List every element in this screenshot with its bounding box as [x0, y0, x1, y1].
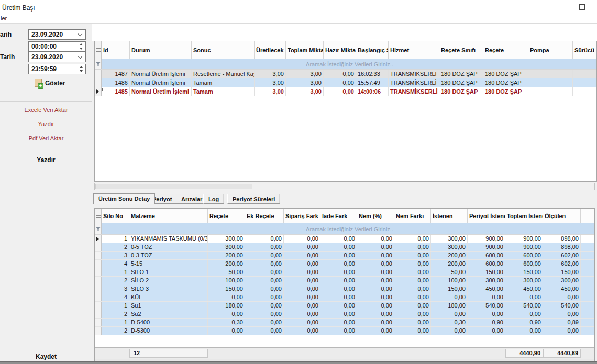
row-indicator[interactable]: [95, 268, 102, 276]
cell-recete[interactable]: 180,00: [208, 302, 245, 310]
cell-toplam_istenen[interactable]: 0,90: [505, 318, 543, 326]
cell-toplam[interactable]: 3,00: [286, 87, 324, 96]
cell-nem[interactable]: 0,00: [357, 318, 394, 326]
cell-baslangic[interactable]: 16:02:33: [356, 70, 389, 78]
cell-id[interactable]: 1487: [102, 70, 130, 78]
cell-nem[interactable]: 0,00: [357, 268, 394, 276]
column-header-pompa[interactable]: Pompa: [528, 41, 573, 59]
cell-recete[interactable]: 100,00: [208, 277, 245, 285]
menu-item[interactable]: ler: [1, 15, 7, 21]
cell-recete[interactable]: 180 DOZ ŞAP: [483, 78, 528, 87]
chevron-down-icon[interactable]: [76, 52, 84, 62]
cell-toplam[interactable]: 3,00: [286, 78, 324, 87]
cell-siparis_fark[interactable]: 0,00: [284, 235, 320, 243]
cell-istenen[interactable]: 300,00: [431, 243, 468, 251]
cell-nem_farki[interactable]: 0,00: [394, 293, 431, 301]
cell-durum[interactable]: Normal Üretim İşlemi: [130, 78, 192, 87]
column-header-olculen[interactable]: Ölçülen: [543, 209, 581, 223]
cell-nem[interactable]: 0,00: [357, 277, 394, 285]
cell-toplam_istenen[interactable]: 600,00: [505, 260, 543, 268]
cell-siparis_fark[interactable]: 0,00: [284, 243, 320, 251]
cell-nem_farki[interactable]: 0,00: [394, 310, 431, 318]
cell-toplam_istenen[interactable]: 900,00: [505, 243, 543, 251]
cell-baslangic[interactable]: 14:00:06: [356, 87, 389, 96]
cell-id[interactable]: 1486: [102, 78, 130, 87]
cell-malzeme[interactable]: SİLO 3: [129, 285, 208, 293]
cell-siparis_fark[interactable]: 0,00: [284, 285, 320, 293]
cell-recete[interactable]: 0,30: [208, 318, 245, 326]
table-row[interactable]: 1485Normal Üretim İşlemiTamam3,003,000,0…: [95, 87, 597, 96]
export-excel-link[interactable]: Excele Veri Aktar: [0, 107, 92, 113]
cell-baslangic[interactable]: 15:57:49: [356, 78, 389, 87]
cell-nem_farki[interactable]: 0,00: [394, 260, 431, 268]
column-header-hazir[interactable]: Hazır Miktar: [324, 41, 356, 59]
cell-nem_farki[interactable]: 0,00: [394, 302, 431, 310]
cell-silo[interactable]: 4: [102, 260, 129, 268]
cell-iade_fark[interactable]: 0,00: [320, 252, 357, 259]
cell-periyot_istenen[interactable]: 0,90: [468, 318, 505, 326]
cell-istenen[interactable]: 50,00: [431, 268, 468, 276]
cell-ek_recete[interactable]: 0,00: [245, 235, 284, 243]
filter-row[interactable]: Aramak İstediğiniz Verileri Giriniz..: [95, 223, 595, 235]
row-indicator[interactable]: [95, 260, 102, 268]
table-row[interactable]: 4KÜL0,000,000,000,000,000,000,000,000,00…: [95, 293, 595, 302]
cell-pompa[interactable]: [528, 70, 573, 78]
column-header-ek_recete[interactable]: Ek Reçete: [245, 209, 284, 223]
cell-olculen[interactable]: 300,00: [543, 277, 581, 285]
row-indicator[interactable]: [95, 70, 102, 78]
cell-surucu[interactable]: [573, 78, 597, 87]
cell-recete[interactable]: 300,00: [208, 243, 245, 251]
cell-periyot_istenen[interactable]: 0,00: [468, 327, 505, 335]
column-header-nem[interactable]: Nem (%): [357, 209, 394, 223]
cell-nem[interactable]: 0,00: [357, 235, 394, 243]
scrollbar-thumb[interactable]: [95, 184, 252, 189]
row-indicator[interactable]: [95, 243, 102, 251]
table-row[interactable]: 2D-53000,000,000,000,000,000,000,000,000…: [95, 327, 595, 335]
cell-siparis_fark[interactable]: 0,00: [284, 310, 320, 318]
table-row[interactable]: 45-15200,000,000,000,000,000,00200,00600…: [95, 260, 595, 268]
cell-siparis_fark[interactable]: 0,00: [284, 277, 320, 285]
cell-malzeme[interactable]: 0-3 TOZ: [129, 252, 208, 259]
row-indicator[interactable]: [95, 327, 102, 335]
column-header-surucu[interactable]: Sürücü: [573, 41, 597, 59]
cell-olculen[interactable]: 450,00: [543, 285, 581, 293]
cell-iade_fark[interactable]: 0,00: [320, 302, 357, 310]
cell-periyot_istenen[interactable]: 0,00: [468, 310, 505, 318]
spinner-up-down-icon[interactable]: [77, 42, 84, 51]
cell-uretilecek[interactable]: 3,00: [255, 87, 286, 96]
cell-silo[interactable]: 1: [102, 235, 129, 243]
cell-hizmet[interactable]: TRANSMİKSERLİ: [389, 78, 439, 87]
cell-istenen[interactable]: 0,00: [431, 327, 468, 335]
horizontal-scrollbar[interactable]: [95, 359, 594, 361]
cell-istenen[interactable]: 0,30: [431, 318, 468, 326]
cell-uretilecek[interactable]: 3,00: [255, 78, 286, 87]
cell-ek_recete[interactable]: 0,00: [245, 310, 284, 318]
cell-silo[interactable]: 1: [102, 268, 129, 276]
tab-periyot-sureleri[interactable]: Periyot Süreleri: [227, 194, 280, 204]
table-row[interactable]: 30-3 TOZ200,000,000,000,000,000,00200,00…: [95, 252, 595, 260]
end-date-picker[interactable]: 23.09.2020: [28, 52, 86, 62]
row-indicator[interactable]: [95, 302, 102, 310]
cell-nem_farki[interactable]: 0,00: [394, 318, 431, 326]
cell-nem[interactable]: 0,00: [357, 252, 394, 259]
cell-recete[interactable]: 0,00: [208, 293, 245, 301]
cell-pompa[interactable]: [528, 87, 573, 96]
table-row[interactable]: 2SİLO 2100,000,000,000,000,000,00100,003…: [95, 277, 595, 285]
cell-malzeme[interactable]: Su2: [129, 310, 208, 318]
cell-ek_recete[interactable]: 0,00: [245, 260, 284, 268]
cell-nem_farki[interactable]: 0,00: [394, 243, 431, 251]
cell-malzeme[interactable]: KÜL: [129, 293, 208, 301]
cell-iade_fark[interactable]: 0,00: [320, 277, 357, 285]
column-chooser-button[interactable]: [95, 41, 102, 59]
kaydet-button[interactable]: Kaydet: [0, 353, 92, 360]
cell-recete_sinifi[interactable]: 180 DOZ ŞAP: [439, 70, 483, 78]
cell-siparis_fark[interactable]: 0,00: [284, 268, 320, 276]
cell-recete[interactable]: 0,00: [208, 327, 245, 335]
column-header-toplam_istenen[interactable]: Toplam İstenen: [505, 209, 543, 223]
yazdir-button[interactable]: Yazdır: [0, 156, 92, 164]
cell-hazir[interactable]: 0,00: [324, 87, 356, 96]
cell-nem[interactable]: 0,00: [357, 302, 394, 310]
cell-hizmet[interactable]: TRANSMİKSERLİ: [389, 87, 439, 96]
column-header-recete[interactable]: Reçete: [208, 209, 245, 223]
column-header-malzeme[interactable]: Malzeme: [129, 209, 208, 223]
